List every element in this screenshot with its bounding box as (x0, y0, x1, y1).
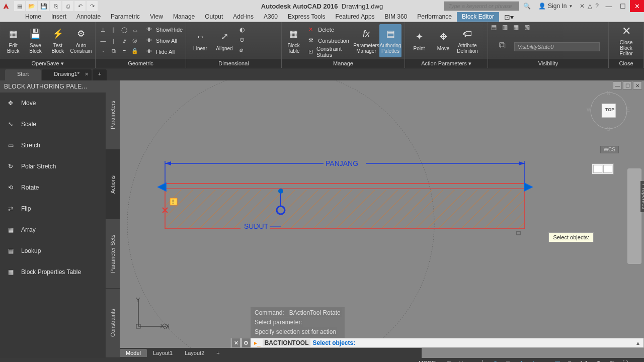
visibility-states-button[interactable]: ⧉ (491, 36, 513, 58)
cmdline-close-icon[interactable]: ✕ (231, 338, 240, 347)
minimize-button[interactable]: — (602, 0, 616, 12)
tab-output[interactable]: Output (200, 12, 228, 22)
start-tab[interactable]: Start (5, 69, 41, 80)
status-scale[interactable]: 1:1 (578, 360, 590, 362)
tab-parametric[interactable]: Parametric (106, 12, 145, 22)
maximize-button[interactable]: ☐ (616, 0, 630, 12)
aligned-dim-button[interactable]: ⤢Aligned (213, 24, 235, 57)
bap-polar-stretch[interactable]: ↻Polar Stretch (0, 156, 106, 177)
qat-open-icon[interactable]: 📂 (26, 1, 37, 11)
qat-redo-icon[interactable]: ↷ (87, 1, 98, 11)
bap-tab-parameters[interactable]: Parameters (106, 80, 120, 150)
save-block-button[interactable]: 💾Save Block (25, 24, 45, 57)
status-dyn-icon[interactable]: ✦ (529, 360, 538, 363)
qat-saveas-icon[interactable]: ⎘ (50, 1, 61, 11)
bap-scale[interactable]: ⤡Scale (0, 114, 106, 135)
gc-tangent-icon[interactable]: ◯ (120, 26, 129, 35)
status-qprop-icon[interactable]: ⧉ (566, 360, 574, 363)
dim-radius-icon[interactable]: ⊙ (239, 36, 249, 45)
gc-horizontal-icon[interactable]: — (99, 36, 108, 45)
authoring-palettes-button[interactable]: ▤Authoring Palettes (379, 24, 401, 57)
bap-block-properties-table[interactable]: ▦Block Properties Table (0, 261, 106, 283)
gc-collinear-icon[interactable]: ⫽ (120, 36, 129, 45)
status-model[interactable]: MODEL (417, 360, 440, 362)
auto-constrain-button[interactable]: ⚙Auto Constrain (70, 24, 92, 57)
tab-featured-apps[interactable]: Featured Apps (331, 12, 380, 22)
tab-a360[interactable]: A360 (259, 12, 283, 22)
properties-panel-tab[interactable]: Properties (640, 181, 644, 212)
cmdline-expand-icon[interactable]: ▴ (636, 339, 643, 346)
wcs-label[interactable]: WCS (600, 146, 619, 153)
sign-in-button[interactable]: 👤 Sign In ▼ (534, 3, 577, 10)
status-osnap-icon[interactable]: ◻ (504, 360, 512, 363)
status-ortho-icon[interactable]: └ (479, 360, 487, 362)
test-block-button[interactable]: ⚡Test Block (48, 24, 68, 57)
gc-fix-icon[interactable]: 🔒 (130, 47, 139, 56)
tab-addins[interactable]: Add-ins (228, 12, 259, 22)
vp-btn-2[interactable] (603, 165, 612, 173)
visibility-icon-1[interactable]: ▤ (491, 24, 500, 33)
layout-tab-add[interactable]: + (210, 349, 225, 357)
linear-dim-button[interactable]: ↔Linear (189, 24, 211, 57)
gc-smooth-icon[interactable]: ⌓ (130, 26, 139, 35)
a360-icon[interactable]: △ (588, 3, 592, 10)
close-button[interactable]: ✕ (630, 0, 644, 12)
constraint-status-button[interactable]: ⊡Constraint Status (306, 47, 351, 57)
bap-array[interactable]: ▦Array (0, 219, 106, 240)
edit-block-button[interactable]: ▦Edit Block (3, 24, 23, 57)
help-icon[interactable]: ? (595, 3, 599, 10)
tab-block-editor[interactable]: Block Editor (457, 12, 499, 22)
move-button[interactable]: ✥Move (432, 24, 454, 57)
bap-rotate[interactable]: ⟲Rotate (0, 177, 106, 198)
visibility-icon-3[interactable]: ▦ (513, 24, 522, 33)
tab-bim360[interactable]: BIM 360 (380, 12, 413, 22)
cmdline-config-icon[interactable]: ⚙ (242, 338, 251, 347)
bap-stretch[interactable]: ▭Stretch (0, 135, 106, 156)
panel-dimensional-title[interactable]: Dimensional (186, 59, 281, 68)
search-icon[interactable]: 🔍 (522, 2, 531, 11)
close-tab-icon[interactable]: ✕ (85, 71, 89, 77)
tab-home[interactable]: Home (20, 12, 46, 22)
dim-angular-icon[interactable]: ◐ (239, 26, 249, 35)
attribute-definition-button[interactable]: 🏷Attribute Definition (456, 24, 478, 57)
gc-symmetric-icon[interactable]: ⧉ (109, 47, 118, 56)
tab-overflow-icon[interactable]: ⊡▾ (499, 12, 519, 22)
gc-equal-icon[interactable]: = (120, 47, 129, 56)
status-custom-icon[interactable]: ≡ (634, 360, 641, 362)
layout-tab-layout2[interactable]: Layout2 (179, 349, 210, 357)
layout-tab-layout1[interactable]: Layout1 (147, 349, 179, 357)
visibility-icon-4[interactable]: ▧ (524, 24, 533, 33)
construction-button[interactable]: ⚒Construction (306, 36, 351, 46)
status-otrack-icon[interactable]: ∠ (516, 360, 525, 363)
status-snap-icon[interactable]: ⸬ (457, 360, 465, 363)
qat-undo-icon[interactable]: ↶ (74, 1, 86, 11)
bap-tab-parameter-sets[interactable]: Parameter Sets (106, 219, 120, 289)
add-tab-button[interactable]: + (93, 69, 107, 80)
drawing-canvas[interactable]: — ☐ ✕ (120, 80, 644, 358)
bap-move[interactable]: ✥Move (0, 93, 106, 114)
view-cube[interactable]: TOP N S E W (589, 90, 629, 131)
gc-vertical-icon[interactable]: | (109, 36, 118, 45)
bap-tab-actions[interactable]: Actions (106, 150, 120, 219)
show-hide-button[interactable]: 👁Show/Hide (144, 25, 185, 35)
status-grid-icon[interactable]: ▦ (444, 360, 453, 363)
qat-save-icon[interactable]: 💾 (38, 1, 49, 11)
app-logo[interactable] (0, 0, 12, 12)
qat-new-icon[interactable]: ▤ (14, 1, 25, 11)
status-trans-icon[interactable]: ▤ (553, 360, 562, 363)
parameters-manager-button[interactable]: fxParameters Manager (355, 24, 377, 57)
drawing-tab[interactable]: Drawing1*✕ (42, 69, 92, 80)
status-clean-icon[interactable]: ⛶ (620, 360, 630, 362)
bap-tab-constraints[interactable]: Constraints (106, 289, 120, 358)
bap-lookup[interactable]: ▤Lookup (0, 240, 106, 261)
close-block-editor-button[interactable]: ✕Close Block Editor (612, 24, 640, 57)
tab-performance[interactable]: Performance (412, 12, 457, 22)
delete-button[interactable]: ✕Delete (306, 25, 351, 35)
tab-annotate[interactable]: Annotate (71, 12, 106, 22)
gc-perpendicular-icon[interactable]: ⊥ (99, 26, 108, 35)
layout-tab-model[interactable]: Model (120, 349, 147, 357)
block-table-button[interactable]: ▦Block Table (285, 24, 302, 57)
visibility-state-select[interactable] (514, 42, 600, 51)
gc-parallel-icon[interactable]: ∥ (109, 26, 118, 35)
tab-insert[interactable]: Insert (46, 12, 71, 22)
